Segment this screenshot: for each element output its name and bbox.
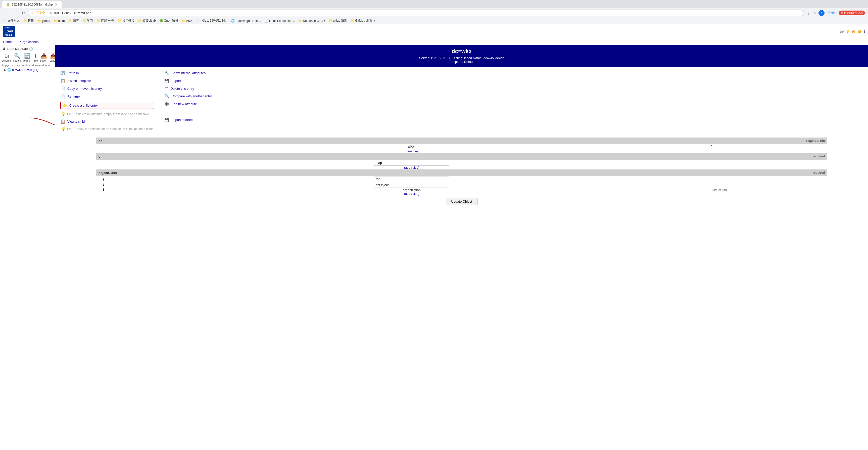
- view-child-link[interactable]: 📋 View 1 child: [60, 119, 154, 124]
- rename-link-inline[interactable]: (rename): [406, 150, 418, 153]
- attr-objectclass-org-structural-cell: (structural): [712, 188, 827, 192]
- attr-o-add-value[interactable]: (add value): [404, 166, 419, 170]
- export-button[interactable]: 📤 export: [50, 53, 55, 62]
- app-logo-bar: ≡php LDAP ≡admin 💬 💡 🔥 😊 ℹ: [0, 24, 868, 39]
- bookmark-编容[interactable]: 📁 编容: [68, 19, 79, 23]
- attr-o-header: o required: [96, 153, 828, 160]
- help-icon2[interactable]: 💡: [846, 30, 850, 33]
- bookmark-bandwagon[interactable]: 🌐 Bandwagon Host...: [231, 19, 261, 23]
- attr-objectclass-group: objectClass required ℹ: [96, 170, 828, 196]
- tab-close-button[interactable]: ✕: [55, 2, 58, 6]
- paused-button[interactable]: 已暂停: [826, 10, 838, 15]
- attr-o-info-cell: [96, 160, 111, 170]
- back-button[interactable]: ←: [3, 10, 10, 16]
- profile-button[interactable]: K: [818, 10, 825, 16]
- attr-objectclass-dcobject-row: ℹ: [96, 182, 828, 188]
- export-subtree-icon: 💾: [164, 117, 169, 122]
- attr-objectclass-organization-row: ℹ organization (structural): [96, 188, 828, 192]
- add-attr-link[interactable]: ➕ Add new attribute: [164, 101, 212, 106]
- export-link[interactable]: 💾 Export: [164, 79, 212, 83]
- create-child-label: Create a child entry: [69, 103, 98, 107]
- attr-o-header-row: o required: [96, 153, 828, 160]
- tree-toggle-icon[interactable]: ▶: [4, 68, 6, 72]
- attr-objectclass-dcobject-input[interactable]: [374, 182, 449, 188]
- export-subtree-link[interactable]: 💾 Export subtree: [164, 117, 212, 122]
- refresh-action-icon: 🔄: [60, 71, 65, 76]
- update-button[interactable]: 重新启动即可更新: [839, 10, 865, 15]
- compare-link[interactable]: 🔍 Compare with another entry: [164, 94, 212, 98]
- objectclass-top-info-icon[interactable]: ℹ: [103, 177, 104, 181]
- export-subtree-label: Export subtree: [172, 118, 193, 122]
- attr-objectclass-top-row: ℹ: [96, 176, 828, 182]
- banner-info: Server: 192.168.31.30 Distinguished Name…: [58, 56, 865, 60]
- refresh-action-label: Refresh: [67, 71, 79, 75]
- bookmark-gitlab-wash[interactable]: 📁 gitlab 灏洵: [329, 19, 347, 23]
- bookmark-helm[interactable]: 📁 helm: [54, 19, 65, 23]
- bookmark-常用链接[interactable]: 📁 常用链接: [118, 19, 134, 23]
- smiley-icon[interactable]: 😊: [858, 30, 862, 33]
- attr-objectclass-addvalue-row: (add value): [96, 192, 828, 196]
- bookmark-button[interactable]: ☆: [812, 10, 817, 16]
- url-prefix: 不安全: [36, 11, 45, 15]
- bookmark-运维分类[interactable]: 📁 运维-分类: [96, 19, 114, 23]
- bookmark-linux[interactable]: 📄 Linux Foundation...: [265, 19, 295, 23]
- reload-button[interactable]: ↻: [20, 9, 26, 16]
- info-button[interactable]: ℹ info: [34, 53, 38, 62]
- bookmark-极狐gitlab[interactable]: 📁 极狐gitlab: [138, 19, 156, 23]
- attr-objectclass-top-input[interactable]: [374, 176, 449, 182]
- refresh-link[interactable]: 🔄 Refresh: [60, 71, 154, 76]
- bookmark-学习[interactable]: 📁 学习: [83, 19, 93, 23]
- info-circle-icon[interactable]: ℹ: [864, 30, 865, 33]
- import-icon: 📥: [41, 53, 47, 59]
- attr-o-group: o required (add value): [96, 153, 828, 170]
- banner-template: Default: [464, 60, 474, 64]
- attr-dc-value: wkx: [408, 144, 414, 148]
- bookmark-one[interactable]: 🟢 One · 语省: [159, 19, 178, 23]
- help-icon1[interactable]: 💬: [840, 30, 844, 33]
- server-icon: 🖥: [2, 47, 5, 51]
- objectclass-org-info-icon[interactable]: ℹ: [103, 188, 104, 192]
- import-button[interactable]: 📥 import: [40, 53, 47, 62]
- delete-label: Delete this entry: [170, 87, 194, 90]
- banner-dn-label: Distinguished Name:: [452, 56, 484, 60]
- forward-button[interactable]: →: [11, 10, 19, 16]
- purge-caches-link[interactable]: Purge caches: [19, 40, 39, 44]
- attr-objectclass-addvalue-cell3: [712, 192, 827, 196]
- bookmark-gitops[interactable]: 📁 gitops: [37, 19, 50, 23]
- banner-template-label: Template:: [449, 60, 464, 64]
- show-internal-icon: 🔧: [164, 71, 169, 76]
- export-icon: 📤: [50, 53, 55, 59]
- show-internal-link[interactable]: 🔧 Show internal attributes: [164, 71, 212, 76]
- fire-icon[interactable]: 🔥: [852, 30, 856, 33]
- attr-dc-info-cell: [96, 144, 111, 153]
- google-apps-button[interactable]: ⋮: [805, 10, 811, 16]
- app-nav-bar: Home | Purge caches: [0, 39, 868, 45]
- attr-dc-extra: [712, 144, 827, 153]
- copy-move-link[interactable]: 📄 Copy or move this entry: [60, 86, 154, 91]
- bookmark-aigc[interactable]: 📁 AIGC: [182, 19, 193, 23]
- create-child-link[interactable]: ⭐ Create a child entry: [60, 102, 154, 109]
- attr-o-input[interactable]: [374, 160, 449, 166]
- attr-objectclass-add-value[interactable]: (add value): [404, 192, 419, 196]
- globe-icon: 🌐: [7, 68, 11, 72]
- switch-template-link[interactable]: 📋 Switch Template: [60, 79, 154, 83]
- schema-button[interactable]: 🗂 schema: [2, 53, 11, 62]
- search-button[interactable]: 🔍 search: [13, 53, 21, 62]
- rename-link[interactable]: 📄 Rename: [60, 94, 154, 99]
- bookmark-gitlab-all[interactable]: 📁 Gitlab : all 灏洵: [350, 19, 375, 23]
- bookmark-运维[interactable]: 📁 运维: [23, 19, 34, 23]
- delete-entry-link[interactable]: 🗑 Delete this entry: [164, 86, 212, 91]
- attr-dc-star: *: [711, 144, 712, 149]
- address-bar[interactable]: ⚠ 不安全 192.168.31.30:50081/cmd.php: [28, 9, 804, 16]
- browser-tab-active[interactable]: 🔒 192.168.31.30:50081/cmd.php ✕: [2, 1, 62, 8]
- bookmark-k8s[interactable]: 📄 k8s 1.23升级1.24...: [197, 19, 227, 23]
- home-link[interactable]: Home: [3, 40, 12, 44]
- tree-item-root[interactable]: ▶ 🌐 dc=wkx, dc=cn (1+): [4, 68, 53, 72]
- bookmark-文件对比[interactable]: 📄 文件对比: [3, 19, 20, 23]
- refresh-button[interactable]: 🔄 refresh: [23, 53, 31, 62]
- create-child-icon: ⭐: [62, 103, 67, 108]
- update-object-button[interactable]: Update Object: [446, 198, 477, 205]
- bookmark-database[interactable]: 📁 Database CI/CD: [298, 19, 325, 23]
- sidebar: 🖥 192.168.31.30 🕐 🗂 schema 🔍 search 🔄 re…: [0, 45, 55, 450]
- objectclass-dcobject-info-icon[interactable]: ℹ: [103, 183, 104, 187]
